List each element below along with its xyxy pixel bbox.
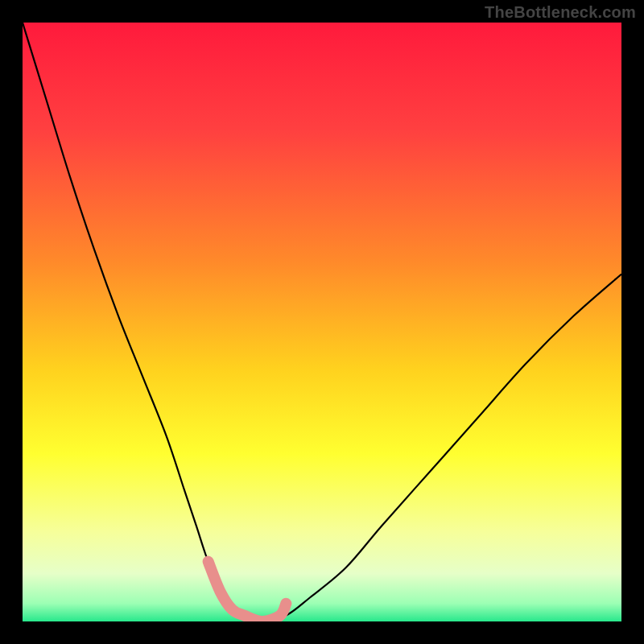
plot-area: [23, 23, 621, 621]
gradient-background: [23, 23, 621, 621]
chart-frame: TheBottleneck.com: [0, 0, 644, 644]
bottleneck-chart: [23, 23, 621, 621]
watermark-text: TheBottleneck.com: [485, 3, 636, 22]
